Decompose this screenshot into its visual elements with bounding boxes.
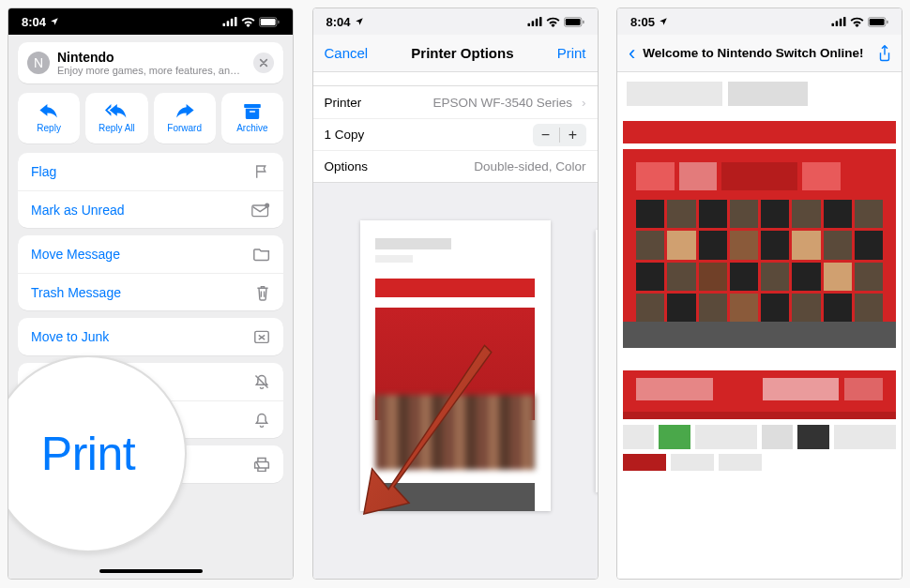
home-indicator[interactable] [99, 569, 203, 573]
stepper-minus[interactable]: − [533, 124, 559, 146]
quick-actions: Reply Reply All Forward Archive [18, 93, 283, 143]
reply-all-button[interactable]: Reply All [85, 93, 147, 143]
printer-row[interactable]: Printer EPSON WF-3540 Series › [313, 86, 598, 118]
share-icon [877, 45, 892, 62]
pixelated-content [375, 238, 451, 249]
pixelated-content [375, 395, 536, 470]
status-time: 8:05 [630, 15, 668, 29]
wifi-icon [850, 17, 864, 27]
location-icon [50, 17, 59, 26]
trash-icon [255, 284, 270, 301]
phone-screenshot-1: 8:04 N Nintendo Enjoy more games, more f… [8, 8, 294, 580]
status-bar: 8:05 [617, 8, 902, 35]
svg-rect-5 [261, 18, 276, 24]
battery-icon [868, 17, 888, 27]
svg-rect-0 [223, 23, 226, 26]
list-group-3: Move to Junk [18, 318, 283, 355]
time-value: 8:05 [630, 15, 655, 29]
printer-value: EPSON WF-3540 Series [432, 96, 572, 110]
status-bar: 8:04 [313, 8, 598, 35]
copies-stepper: − + [533, 124, 586, 146]
forward-label: Forward [167, 123, 202, 133]
back-button[interactable]: ‹ [625, 43, 639, 64]
svg-rect-12 [531, 21, 534, 26]
location-icon [355, 17, 364, 26]
time-value: 8:04 [22, 15, 46, 29]
close-button[interactable] [253, 53, 274, 73]
options-key: Options [325, 159, 369, 173]
reply-label: Reply [37, 123, 61, 133]
options-row[interactable]: Options Double-sided, Color [313, 150, 598, 182]
copies-row: 1 Copy − + [313, 118, 598, 150]
svg-rect-14 [539, 17, 542, 26]
reply-icon [39, 104, 58, 119]
pixelated-content [623, 408, 896, 419]
printer-value-wrap: EPSON WF-3540 Series › [432, 96, 585, 110]
banner-subtitle: Enjoy more games, more features, and mo… [57, 65, 246, 76]
printer-key: Printer [325, 96, 362, 110]
svg-rect-17 [583, 20, 584, 23]
pixelated-content [375, 483, 536, 511]
pixelated-content [623, 149, 896, 348]
options-value: Double-sided, Color [474, 159, 585, 173]
bell-icon [253, 412, 270, 429]
battery-icon [564, 17, 584, 27]
copies-stepper-wrap: − + [533, 124, 586, 146]
status-right [831, 17, 888, 27]
copies-key: 1 Copy [325, 128, 365, 142]
banner-text: Nintendo Enjoy more games, more features… [57, 50, 246, 76]
cancel-button[interactable]: Cancel [325, 45, 369, 61]
context-banner: N Nintendo Enjoy more games, more featur… [18, 42, 283, 83]
signal-icon [831, 17, 846, 26]
svg-rect-21 [843, 17, 846, 26]
move-message-label: Move Message [31, 247, 120, 262]
share-button[interactable] [875, 44, 894, 63]
move-junk-label: Move to Junk [31, 329, 109, 344]
time-value: 8:04 [326, 15, 351, 29]
pixelated-content [623, 72, 896, 115]
banner-title: Nintendo [57, 50, 246, 65]
wifi-icon [546, 17, 560, 27]
mark-unread-label: Mark as Unread [31, 203, 125, 218]
print-preview[interactable] [313, 183, 598, 520]
move-message-row[interactable]: Move Message [18, 235, 283, 273]
print-button[interactable]: Print [557, 45, 586, 61]
reply-button[interactable]: Reply [18, 93, 80, 143]
stepper-plus[interactable]: + [560, 124, 586, 146]
chevron-right-icon: › [582, 96, 586, 110]
svg-rect-2 [231, 19, 234, 26]
move-junk-row[interactable]: Move to Junk [18, 318, 283, 355]
svg-rect-19 [836, 21, 839, 26]
svg-rect-24 [887, 20, 887, 23]
pixelated-content [623, 425, 896, 449]
list-group-1: Flag Mark as Unread [18, 153, 283, 228]
phone-screenshot-3: 8:05 ‹ Welcome to Nintendo Switch Online… [616, 8, 902, 580]
mark-unread-row[interactable]: Mark as Unread [18, 190, 283, 228]
svg-rect-6 [278, 20, 279, 23]
reply-all-icon [105, 104, 128, 119]
printer-icon [253, 456, 270, 473]
archive-icon [244, 104, 261, 119]
settings-group: Printer EPSON WF-3540 Series › 1 Copy − … [313, 85, 598, 183]
pdf-preview[interactable] [617, 72, 902, 579]
svg-rect-13 [535, 19, 538, 26]
nav-bar: Cancel Printer Options Print [313, 35, 598, 72]
printer-options-body: Printer EPSON WF-3540 Series › 1 Copy − … [313, 85, 598, 580]
trash-message-row[interactable]: Trash Message [18, 273, 283, 310]
svg-rect-3 [235, 17, 237, 26]
next-page-peek [596, 230, 599, 492]
svg-point-9 [265, 203, 269, 207]
wifi-icon [241, 17, 255, 27]
status-right [222, 17, 280, 27]
nav-bar: ‹ Welcome to Nintendo Switch Online! [617, 35, 902, 72]
nav-title: Printer Options [411, 45, 513, 61]
archive-button[interactable]: Archive [221, 93, 283, 143]
forward-button[interactable]: Forward [154, 93, 216, 143]
flag-row[interactable]: Flag [18, 153, 283, 190]
pixelated-content [375, 279, 536, 297]
junk-icon [253, 329, 270, 344]
svg-rect-7 [244, 104, 261, 108]
location-icon [659, 17, 668, 26]
page-thumbnail[interactable] [360, 220, 551, 511]
reply-all-label: Reply All [99, 123, 135, 133]
